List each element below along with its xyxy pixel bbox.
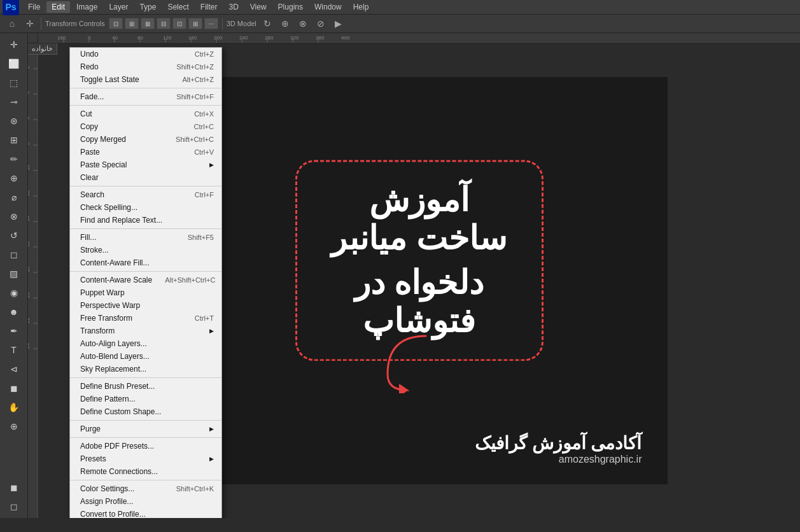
clone-tool[interactable]: ⊗ <box>3 207 25 225</box>
camera-3d-icon[interactable]: ⊘ <box>314 17 328 31</box>
pen-tool[interactable]: ✒ <box>3 322 25 340</box>
menu-item-perspective-warp[interactable]: Perspective Warp <box>70 299 221 312</box>
foreground-color[interactable]: ◼ <box>3 479 25 496</box>
align-right-btn[interactable]: ⊠ <box>141 18 155 29</box>
move-icon[interactable]: ✛ <box>23 17 37 31</box>
main-area: ✛ ⬜ ⬚ ⊸ ⊛ ⊞ ✏ ⊕ ⌀ ⊗ ↺ ◻ ▨ ◉ ☻ ✒ T ⊲ ◼ ✋ … <box>0 33 800 518</box>
menu-item-adobe-pdf-presets[interactable]: Adobe PDF Presets... <box>70 440 221 452</box>
menu-item-remote-connections[interactable]: Remote Connections... <box>70 465 221 478</box>
align-bottom-btn[interactable]: ⊞ <box>188 18 202 29</box>
brush-tool[interactable]: ⌀ <box>3 188 25 206</box>
menu-item-define-brush-preset[interactable]: Define Brush Preset... <box>70 380 221 393</box>
align-left-btn[interactable]: ⊡ <box>109 18 123 29</box>
move-tool[interactable]: ✛ <box>3 36 25 53</box>
lasso-tool[interactable]: ⊸ <box>3 93 25 111</box>
menu-item-puppet-warp[interactable]: Puppet Warp <box>70 286 221 299</box>
menu-layer[interactable]: Layer <box>104 1 133 13</box>
menu-file[interactable]: File <box>23 1 45 13</box>
menu-item-fill[interactable]: Fill... Shift+F5 <box>70 231 221 244</box>
svg-text:12: 12 <box>28 190 31 196</box>
align-center-btn[interactable]: ⊞ <box>125 18 139 29</box>
menu-item-search[interactable]: Search Ctrl+F <box>70 188 221 201</box>
pan-3d-icon[interactable]: ⊕ <box>278 17 292 31</box>
video-icon[interactable]: ▶ <box>332 17 346 31</box>
menu-3d[interactable]: 3D <box>223 1 243 13</box>
gradient-tool[interactable]: ▨ <box>3 265 25 283</box>
menu-item-paste[interactable]: Paste Ctrl+V <box>70 146 221 158</box>
menu-item-fade[interactable]: Fade... Shift+Ctrl+F <box>70 90 221 103</box>
path-select-tool[interactable]: ⊲ <box>3 360 25 378</box>
persian-line1: آموزش ساخت میانبر <box>329 181 510 257</box>
zoom-tool[interactable]: ⊕ <box>3 417 25 435</box>
menu-edit[interactable]: Edit <box>46 1 70 13</box>
menu-item-auto-align-layers[interactable]: Auto-Align Layers... <box>70 337 221 350</box>
history-brush-tool[interactable]: ↺ <box>3 227 25 244</box>
menu-filter[interactable]: Filter <box>195 1 223 13</box>
ruler-left: 2 4 6 8 10 12 14 16 18 20 22 <box>28 43 38 518</box>
crop-tool[interactable]: ⊞ <box>3 131 25 149</box>
menu-item-check-spelling[interactable]: Check Spelling... <box>70 201 221 214</box>
align-top-btn[interactable]: ⊟ <box>157 18 171 29</box>
options-bar: ⌂ ✛ Transform Controls ⊡ ⊞ ⊠ ⊟ ⊡ ⊞ ··· 3… <box>0 14 800 33</box>
separator-4 <box>70 228 221 229</box>
menu-view[interactable]: View <box>245 1 272 13</box>
marquee-tool[interactable]: ⬚ <box>3 74 25 92</box>
menu-type[interactable]: Type <box>134 1 161 13</box>
menu-help[interactable]: Help <box>348 1 374 13</box>
menu-select[interactable]: Select <box>162 1 193 13</box>
menu-item-cut[interactable]: Cut Ctrl+X <box>70 108 221 120</box>
menu-item-content-aware-scale[interactable]: Content-Aware Scale Alt+Shift+Ctrl+C <box>70 274 221 286</box>
menu-item-stroke[interactable]: Stroke... <box>70 244 221 256</box>
quick-select-tool[interactable]: ⊛ <box>3 112 25 130</box>
menu-item-purge[interactable]: Purge <box>70 423 221 435</box>
menu-item-copy-merged[interactable]: Copy Merged Shift+Ctrl+C <box>70 133 221 146</box>
menu-item-redo[interactable]: Redo Shift+Ctrl+Z <box>70 60 221 73</box>
persian-line2: دلخواه در فتوشاپ <box>329 263 510 340</box>
menu-item-toggle-last-state[interactable]: Toggle Last State Alt+Ctrl+Z <box>70 73 221 86</box>
eraser-tool[interactable]: ◻ <box>3 246 25 263</box>
menu-item-define-custom-shape[interactable]: Define Custom Shape... <box>70 405 221 418</box>
menu-item-copy[interactable]: Copy Ctrl+C <box>70 120 221 133</box>
type-tool[interactable]: T <box>3 341 25 359</box>
menu-item-undo[interactable]: Undo Ctrl+Z <box>70 48 221 60</box>
svg-text:400: 400 <box>341 35 350 41</box>
left-tool-panel: ✛ ⬜ ⬚ ⊸ ⊛ ⊞ ✏ ⊕ ⌀ ⊗ ↺ ◻ ▨ ◉ ☻ ✒ T ⊲ ◼ ✋ … <box>0 33 28 518</box>
hand-tool[interactable]: ✋ <box>3 398 25 416</box>
shape-tool[interactable]: ◼ <box>3 379 25 397</box>
svg-text:14: 14 <box>28 216 31 221</box>
menu-item-assign-profile[interactable]: Assign Profile... <box>70 495 221 508</box>
home-icon[interactable]: ⌂ <box>5 17 19 31</box>
menu-item-free-transform[interactable]: Free Transform Ctrl+T <box>70 312 221 325</box>
menu-item-presets[interactable]: Presets <box>70 452 221 465</box>
eyedropper-tool[interactable]: ✏ <box>3 150 25 168</box>
blur-tool[interactable]: ◉ <box>3 284 25 302</box>
menu-item-color-settings[interactable]: Color Settings... Shift+Ctrl+K <box>70 482 221 495</box>
canvas-area: خانواده 160 0 40 80 120 16 <box>28 33 800 518</box>
menu-item-transform[interactable]: Transform <box>70 325 221 337</box>
more-options-btn[interactable]: ··· <box>204 18 218 29</box>
brand-name: آکادمی آموزش گرافیک <box>475 433 642 454</box>
menu-item-sky-replacement[interactable]: Sky Replacement... <box>70 363 221 375</box>
svg-text:240: 240 <box>239 35 248 41</box>
canvas-image: آموزش ساخت میانبر دلخواه در فتوشاپ آکادم… <box>171 77 668 484</box>
svg-text:120: 120 <box>163 35 172 41</box>
background-color[interactable]: ◻ <box>3 498 25 515</box>
zoom-3d-icon[interactable]: ⊗ <box>296 17 310 31</box>
rotate-3d-icon[interactable]: ↻ <box>260 17 274 31</box>
align-middle-btn[interactable]: ⊡ <box>172 18 186 29</box>
menu-item-paste-special[interactable]: Paste Special <box>70 158 221 171</box>
spot-heal-tool[interactable]: ⊕ <box>3 169 25 187</box>
ruler-top: 160 0 40 80 120 160 200 240 280 <box>38 33 800 43</box>
menu-window[interactable]: Window <box>309 1 347 13</box>
menu-item-convert-to-profile[interactable]: Convert to Profile... <box>70 508 221 518</box>
menu-item-auto-blend-layers[interactable]: Auto-Blend Layers... <box>70 350 221 363</box>
menu-item-find-replace[interactable]: Find and Replace Text... <box>70 214 221 227</box>
menu-item-clear[interactable]: Clear <box>70 171 221 184</box>
menu-item-content-aware-fill[interactable]: Content-Aware Fill... <box>70 256 221 269</box>
menu-item-define-pattern[interactable]: Define Pattern... <box>70 393 221 405</box>
artboard-tool[interactable]: ⬜ <box>3 55 25 73</box>
panel-tab[interactable]: خانواده <box>28 43 57 55</box>
menu-plugins[interactable]: Plugins <box>273 1 308 13</box>
dodge-tool[interactable]: ☻ <box>3 303 25 321</box>
menu-image[interactable]: Image <box>71 1 102 13</box>
